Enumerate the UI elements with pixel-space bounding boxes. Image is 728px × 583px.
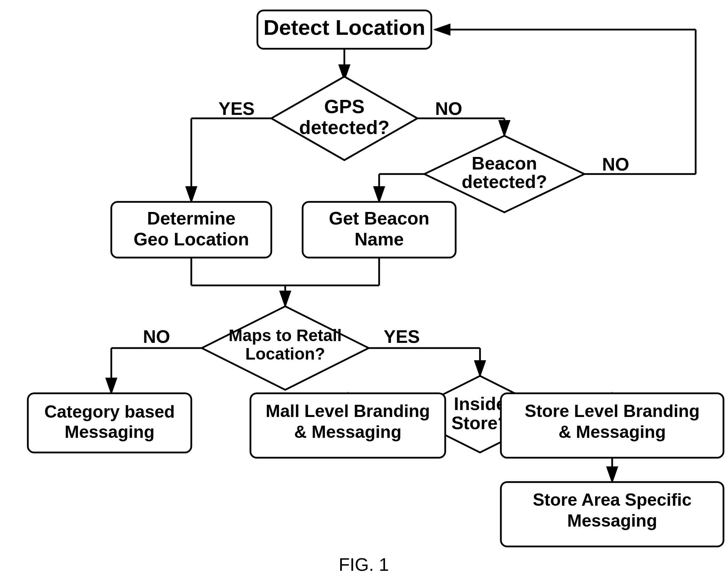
mall-messaging-label: Mall Level Branding [266,401,430,421]
get-beacon-label2: Name [354,229,404,249]
retail-yes-label: YES [384,326,420,347]
figure-caption: FIG. 1 [339,554,389,575]
category-messaging-label2: Messaging [65,422,154,442]
maps-retail-label: Maps to Retail [229,326,342,345]
beacon-detected-label2: detected? [462,172,547,192]
gps-detected-label: GPS [324,96,365,117]
retail-no-label: NO [143,326,170,347]
store-messaging-label2: & Messaging [559,422,666,442]
determine-geo-label2: Geo Location [134,229,249,249]
gps-yes-label: YES [218,99,255,119]
maps-retail-label2: Location? [245,345,325,363]
determine-geo-label: Determine [147,208,235,228]
beacon-no-label: NO [602,154,629,174]
store-messaging-label: Store Level Branding [525,401,700,421]
detect-location-label: Detect Location [263,15,425,39]
gps-no-label: NO [435,99,462,119]
store-area-messaging-label2: Messaging [567,511,657,530]
beacon-detected-label: Beacon [472,153,537,173]
store-area-messaging-label: Store Area Specific [533,490,692,510]
mall-messaging-label2: & Messaging [294,422,401,442]
gps-detected-label2: detected? [299,117,390,138]
flowchart-diagram: Detect Location GPS detected? YES NO Bea… [0,0,728,583]
category-messaging-label: Category based [44,402,175,422]
get-beacon-label: Get Beacon [329,208,430,228]
inside-store-label: Inside [454,394,506,414]
